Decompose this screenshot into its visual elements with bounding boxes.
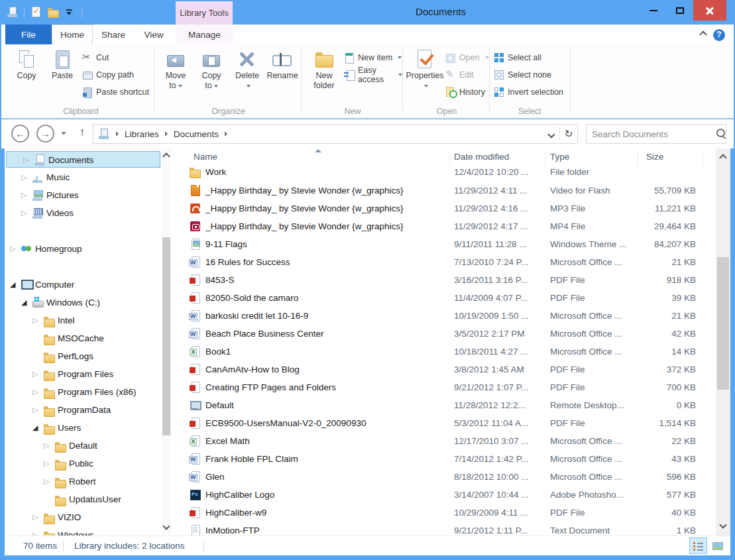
sidebar-item-program-files[interactable]: Program Files xyxy=(5,366,162,382)
copy-path-button[interactable]: Copy path xyxy=(82,67,134,83)
copy-button[interactable]: Copy xyxy=(9,47,44,103)
delete-button[interactable]: Delete xyxy=(230,47,264,103)
close-button[interactable] xyxy=(693,0,726,21)
expand-arrow-icon[interactable] xyxy=(44,455,53,472)
file-row[interactable]: Book110/18/2011 4:27 ...Microsoft Office… xyxy=(172,343,716,361)
history-button[interactable]: History xyxy=(445,84,485,100)
sidebar-item-vizio[interactable]: VIZIO xyxy=(5,509,162,526)
file-row[interactable]: Default11/28/2012 12:2...Remote Desktop.… xyxy=(172,396,716,414)
file-row[interactable]: Excel Math12/17/2010 3:07 ...Microsoft O… xyxy=(172,432,716,450)
collapse-arrow-icon[interactable] xyxy=(32,420,42,436)
qat-new-folder-icon[interactable] xyxy=(47,6,59,18)
qat-properties-icon[interactable] xyxy=(30,6,42,18)
thumbnails-view-button[interactable] xyxy=(708,537,726,554)
collapse-arrow-icon[interactable] xyxy=(10,276,19,293)
expand-arrow-icon[interactable] xyxy=(21,205,30,221)
expand-arrow-icon[interactable] xyxy=(21,187,30,203)
file-row[interactable]: _Happy Birthday_ by Stevie Wonder {w_gra… xyxy=(172,199,716,217)
address-bar[interactable]: Libraries Documents ↻ xyxy=(93,124,578,144)
file-row[interactable]: HighCaliber Logo3/14/2007 10:44 ...Adobe… xyxy=(172,486,716,504)
sidebar-item-public[interactable]: Public xyxy=(5,455,162,472)
paste-button[interactable]: Paste xyxy=(45,47,80,103)
column-header-type[interactable]: Type xyxy=(550,152,569,162)
file-row[interactable]: Glen8/18/2012 10:00 ...Microsoft Office … xyxy=(172,468,716,486)
column-divider[interactable] xyxy=(703,150,703,166)
expand-arrow-icon[interactable] xyxy=(21,169,30,186)
maximize-button[interactable] xyxy=(667,0,693,21)
expand-arrow-icon[interactable] xyxy=(32,312,42,329)
sidebar-item-msocache[interactable]: MSOCache xyxy=(5,330,162,347)
tab-home[interactable]: Home xyxy=(52,25,93,44)
file-row[interactable]: Frank Hoble FPL Claim7/14/2012 1:42 P...… xyxy=(172,450,716,468)
sidebar-item-program-files-x86[interactable]: Program Files (x86) xyxy=(5,384,162,400)
scroll-down-icon[interactable] xyxy=(719,521,726,528)
move-to-button[interactable]: Move to xyxy=(158,47,193,103)
file-row[interactable]: 82050-Sold the camaro11/4/2009 4:07 P...… xyxy=(172,289,716,307)
sidebar-item-pictures[interactable]: Pictures xyxy=(5,187,162,203)
back-button[interactable]: ← xyxy=(11,125,29,142)
column-divider[interactable] xyxy=(545,150,545,166)
qat-dropdown-icon[interactable] xyxy=(64,6,76,18)
refresh-button[interactable]: ↻ xyxy=(560,128,577,140)
properties-button[interactable]: Properties xyxy=(406,47,444,103)
scroll-up-icon[interactable] xyxy=(162,152,170,160)
column-header-size[interactable]: Size xyxy=(646,152,663,162)
scroll-down-icon[interactable] xyxy=(162,522,170,530)
invert-selection-button[interactable]: Invert selection xyxy=(494,84,563,100)
scrollbar-thumb[interactable] xyxy=(162,237,170,435)
sidebar-item-updatususer[interactable]: UpdatusUser xyxy=(5,491,162,508)
sidebar-item-homegroup[interactable]: Homegroup xyxy=(5,241,162,257)
copy-to-button[interactable]: Copy to xyxy=(194,47,229,103)
scroll-up-icon[interactable] xyxy=(719,154,726,161)
sidebar-item-videos[interactable]: Videos xyxy=(5,205,162,221)
select-none-button[interactable]: Select none xyxy=(494,67,551,83)
sidebar-item-perflogs[interactable]: PerfLogs xyxy=(5,348,162,364)
address-dropdown-button[interactable] xyxy=(543,129,559,139)
sidebar-item-users[interactable]: Users xyxy=(5,420,162,436)
column-divider[interactable] xyxy=(638,150,638,166)
file-row[interactable]: 16 Rules for Success7/13/2010 7:24 P...M… xyxy=(172,253,716,271)
breadcrumb-libraries[interactable]: Libraries xyxy=(125,129,159,139)
file-row[interactable]: 8453-S3/16/2011 3:16 P...PDF File918 KB xyxy=(172,271,716,289)
collapse-arrow-icon[interactable] xyxy=(21,294,30,311)
sidebar-item-default[interactable]: Default xyxy=(5,437,162,454)
expand-arrow-icon[interactable] xyxy=(32,527,42,535)
sidebar-item-robert[interactable]: Robert xyxy=(5,473,162,490)
scrollbar-thumb[interactable] xyxy=(717,257,729,390)
select-all-button[interactable]: Select all xyxy=(494,50,541,66)
expand-arrow-icon[interactable] xyxy=(32,384,42,400)
file-row[interactable]: 9-11 Flags9/11/2011 11:28 ...Windows The… xyxy=(172,235,716,253)
expand-arrow-icon[interactable] xyxy=(23,152,32,168)
tab-file[interactable]: File xyxy=(5,25,52,44)
cut-button[interactable]: Cut xyxy=(82,50,109,66)
sidebar-item-computer[interactable]: Computer xyxy=(5,276,162,293)
expand-arrow-icon[interactable] xyxy=(32,402,42,418)
minimize-button[interactable] xyxy=(640,0,667,21)
file-row[interactable]: Beach Place Business Center3/5/2012 2:17… xyxy=(172,325,716,343)
rename-button[interactable]: Rename xyxy=(264,47,300,103)
file-row[interactable]: _Happy Birthday_ by Stevie Wonder {w_gra… xyxy=(172,182,716,199)
recent-locations-dropdown[interactable] xyxy=(61,132,66,135)
sidebar-item-programdata[interactable]: ProgramData xyxy=(5,402,162,418)
sidebar-item-windows[interactable]: Windows xyxy=(5,527,162,535)
list-scrollbar[interactable] xyxy=(716,148,730,535)
forward-button[interactable]: → xyxy=(36,125,54,142)
expand-arrow-icon[interactable] xyxy=(10,241,19,257)
library-tools-tab-group[interactable]: Library Tools xyxy=(176,1,233,25)
expand-arrow-icon[interactable] xyxy=(44,473,53,490)
file-row[interactable]: barkoski credit let 10-16-910/19/2009 1:… xyxy=(172,307,716,325)
up-button[interactable]: ↑ xyxy=(74,126,90,142)
easy-access-button[interactable]: Easy access xyxy=(344,67,402,83)
column-header-name[interactable]: Name xyxy=(194,152,217,162)
tab-share[interactable]: Share xyxy=(93,25,134,44)
file-row[interactable]: CanAmAtv-How to Blog3/8/2012 1:45 AMPDF … xyxy=(172,361,716,378)
file-row[interactable]: HighCaliber-w910/29/2009 4:11 ...PDF Fil… xyxy=(172,504,716,522)
sidebar-item-music[interactable]: Music xyxy=(5,169,162,186)
sidebar-item-windows-c[interactable]: Windows (C:) xyxy=(5,294,162,311)
expand-arrow-icon[interactable] xyxy=(44,437,53,454)
new-folder-button[interactable]: New folder xyxy=(306,47,343,103)
column-divider[interactable] xyxy=(449,150,450,166)
navigation-scrollbar[interactable] xyxy=(162,148,171,535)
file-row[interactable]: InMotion-FTP9/21/2012 1:11 P...Text Docu… xyxy=(172,522,716,535)
sidebar-item-documents[interactable]: Documents xyxy=(6,151,160,168)
